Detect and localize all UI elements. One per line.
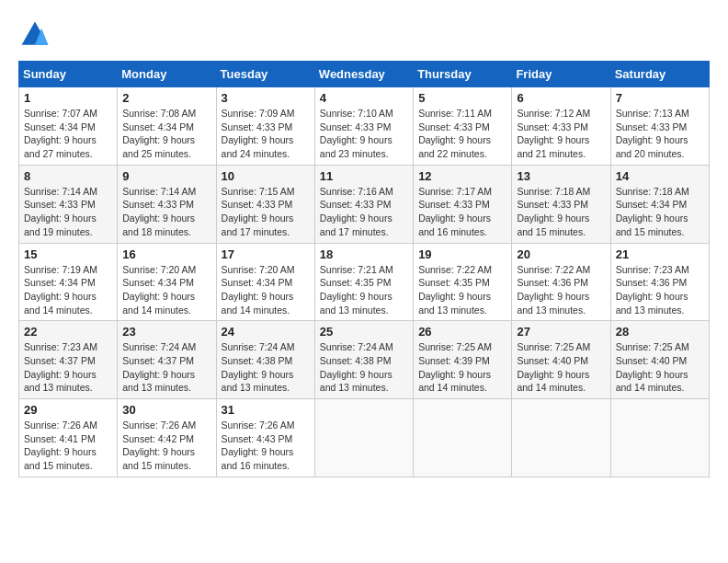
day-number: 28 (616, 325, 704, 339)
calendar-cell: 10 Sunrise: 7:15 AMSunset: 4:33 PMDaylig… (216, 165, 314, 243)
day-info: Sunrise: 7:25 AMSunset: 4:39 PMDaylight:… (418, 340, 506, 395)
day-info: Sunrise: 7:13 AMSunset: 4:33 PMDaylight:… (616, 107, 704, 161)
day-info: Sunrise: 7:09 AMSunset: 4:33 PMDaylight:… (222, 107, 310, 161)
calendar-cell: 5 Sunrise: 7:11 AMSunset: 4:33 PMDayligh… (414, 87, 512, 166)
day-info: Sunrise: 7:12 AMSunset: 4:33 PMDaylight:… (517, 107, 605, 161)
calendar-cell: 11 Sunrise: 7:16 AMSunset: 4:33 PMDaylig… (314, 165, 413, 243)
calendar-header-friday: Friday (512, 62, 610, 87)
day-info: Sunrise: 7:11 AMSunset: 4:33 PMDaylight:… (418, 107, 506, 161)
day-info: Sunrise: 7:22 AMSunset: 4:35 PMDaylight:… (418, 263, 506, 317)
calendar-cell: 3 Sunrise: 7:09 AMSunset: 4:33 PMDayligh… (216, 87, 314, 166)
day-info: Sunrise: 7:25 AMSunset: 4:40 PMDaylight:… (616, 340, 704, 395)
calendar-cell: 7 Sunrise: 7:13 AMSunset: 4:33 PMDayligh… (610, 87, 709, 166)
day-number: 17 (222, 247, 310, 261)
calendar-cell (610, 399, 709, 477)
calendar-cell: 6 Sunrise: 7:12 AMSunset: 4:33 PMDayligh… (512, 87, 610, 166)
calendar-week-4: 22 Sunrise: 7:23 AMSunset: 4:37 PMDaylig… (19, 321, 710, 399)
day-number: 27 (517, 325, 605, 339)
day-info: Sunrise: 7:26 AMSunset: 4:42 PMDaylight:… (122, 419, 210, 473)
day-number: 8 (24, 169, 112, 183)
calendar-cell: 12 Sunrise: 7:17 AMSunset: 4:33 PMDaylig… (414, 165, 512, 243)
day-info: Sunrise: 7:26 AMSunset: 4:43 PMDaylight:… (222, 419, 310, 473)
calendar-cell: 21 Sunrise: 7:23 AMSunset: 4:36 PMDaylig… (610, 243, 709, 321)
calendar-cell: 27 Sunrise: 7:25 AMSunset: 4:40 PMDaylig… (512, 321, 610, 399)
calendar-week-3: 15 Sunrise: 7:19 AMSunset: 4:34 PMDaylig… (19, 243, 710, 321)
day-number: 21 (616, 247, 704, 261)
day-number: 18 (320, 247, 408, 261)
day-info: Sunrise: 7:18 AMSunset: 4:34 PMDaylight:… (616, 185, 704, 239)
calendar-week-2: 8 Sunrise: 7:14 AMSunset: 4:33 PMDayligh… (19, 165, 710, 243)
day-info: Sunrise: 7:21 AMSunset: 4:35 PMDaylight:… (320, 263, 408, 317)
day-number: 3 (222, 91, 310, 105)
day-number: 24 (222, 325, 310, 339)
calendar-cell: 14 Sunrise: 7:18 AMSunset: 4:34 PMDaylig… (610, 165, 709, 243)
day-info: Sunrise: 7:22 AMSunset: 4:36 PMDaylight:… (517, 263, 605, 317)
day-number: 16 (122, 247, 210, 261)
day-number: 2 (122, 91, 210, 105)
day-number: 1 (24, 91, 112, 105)
calendar-cell: 30 Sunrise: 7:26 AMSunset: 4:42 PMDaylig… (118, 399, 216, 477)
calendar-cell: 20 Sunrise: 7:22 AMSunset: 4:36 PMDaylig… (512, 243, 610, 321)
day-number: 5 (418, 91, 506, 105)
calendar-week-5: 29 Sunrise: 7:26 AMSunset: 4:41 PMDaylig… (19, 399, 710, 477)
day-info: Sunrise: 7:18 AMSunset: 4:33 PMDaylight:… (517, 185, 605, 239)
calendar-header-monday: Monday (118, 62, 216, 87)
day-number: 12 (418, 169, 506, 183)
day-number: 11 (320, 169, 408, 183)
calendar-cell: 9 Sunrise: 7:14 AMSunset: 4:33 PMDayligh… (118, 165, 216, 243)
day-info: Sunrise: 7:23 AMSunset: 4:37 PMDaylight:… (24, 340, 112, 395)
day-info: Sunrise: 7:17 AMSunset: 4:33 PMDaylight:… (418, 185, 506, 239)
calendar-week-1: 1 Sunrise: 7:07 AMSunset: 4:34 PMDayligh… (19, 87, 710, 166)
day-info: Sunrise: 7:16 AMSunset: 4:33 PMDaylight:… (320, 185, 408, 239)
day-number: 26 (418, 325, 506, 339)
day-info: Sunrise: 7:20 AMSunset: 4:34 PMDaylight:… (122, 263, 210, 317)
calendar-header-wednesday: Wednesday (314, 62, 413, 87)
day-number: 20 (517, 247, 605, 261)
day-number: 10 (222, 169, 310, 183)
calendar-cell: 31 Sunrise: 7:26 AMSunset: 4:43 PMDaylig… (216, 399, 314, 477)
calendar-cell: 13 Sunrise: 7:18 AMSunset: 4:33 PMDaylig… (512, 165, 610, 243)
day-info: Sunrise: 7:24 AMSunset: 4:38 PMDaylight:… (222, 340, 310, 395)
day-number: 19 (418, 247, 506, 261)
day-number: 23 (122, 325, 210, 339)
day-info: Sunrise: 7:26 AMSunset: 4:41 PMDaylight:… (24, 419, 112, 473)
calendar-header-saturday: Saturday (610, 62, 709, 87)
day-info: Sunrise: 7:20 AMSunset: 4:34 PMDaylight:… (222, 263, 310, 317)
day-number: 14 (616, 169, 704, 183)
day-info: Sunrise: 7:15 AMSunset: 4:33 PMDaylight:… (222, 185, 310, 239)
calendar-cell (314, 399, 413, 477)
calendar-cell: 1 Sunrise: 7:07 AMSunset: 4:34 PMDayligh… (19, 87, 118, 166)
logo-icon (18, 18, 51, 52)
calendar-header-tuesday: Tuesday (216, 62, 314, 87)
day-info: Sunrise: 7:14 AMSunset: 4:33 PMDaylight:… (24, 185, 112, 239)
calendar-header-sunday: Sunday (19, 62, 118, 87)
calendar-header-row: SundayMondayTuesdayWednesdayThursdayFrid… (19, 62, 710, 87)
calendar-cell (512, 399, 610, 477)
calendar-cell: 28 Sunrise: 7:25 AMSunset: 4:40 PMDaylig… (610, 321, 709, 399)
day-info: Sunrise: 7:24 AMSunset: 4:37 PMDaylight:… (122, 340, 210, 395)
day-number: 9 (122, 169, 210, 183)
calendar-cell: 8 Sunrise: 7:14 AMSunset: 4:33 PMDayligh… (19, 165, 118, 243)
day-number: 6 (517, 91, 605, 105)
calendar-cell: 15 Sunrise: 7:19 AMSunset: 4:34 PMDaylig… (19, 243, 118, 321)
calendar-cell: 16 Sunrise: 7:20 AMSunset: 4:34 PMDaylig… (118, 243, 216, 321)
calendar-cell: 4 Sunrise: 7:10 AMSunset: 4:33 PMDayligh… (314, 87, 413, 166)
day-info: Sunrise: 7:14 AMSunset: 4:33 PMDaylight:… (122, 185, 210, 239)
day-number: 4 (320, 91, 408, 105)
calendar-cell: 26 Sunrise: 7:25 AMSunset: 4:39 PMDaylig… (414, 321, 512, 399)
day-number: 29 (24, 403, 112, 417)
calendar-cell: 2 Sunrise: 7:08 AMSunset: 4:34 PMDayligh… (118, 87, 216, 166)
calendar-cell: 19 Sunrise: 7:22 AMSunset: 4:35 PMDaylig… (414, 243, 512, 321)
day-info: Sunrise: 7:07 AMSunset: 4:34 PMDaylight:… (24, 107, 112, 161)
calendar-cell: 25 Sunrise: 7:24 AMSunset: 4:38 PMDaylig… (314, 321, 413, 399)
calendar-cell: 17 Sunrise: 7:20 AMSunset: 4:34 PMDaylig… (216, 243, 314, 321)
day-number: 7 (616, 91, 704, 105)
calendar-cell: 22 Sunrise: 7:23 AMSunset: 4:37 PMDaylig… (19, 321, 118, 399)
page-header (18, 18, 710, 52)
calendar-cell (414, 399, 512, 477)
calendar-cell: 23 Sunrise: 7:24 AMSunset: 4:37 PMDaylig… (118, 321, 216, 399)
day-number: 22 (24, 325, 112, 339)
day-info: Sunrise: 7:25 AMSunset: 4:40 PMDaylight:… (517, 340, 605, 395)
day-info: Sunrise: 7:19 AMSunset: 4:34 PMDaylight:… (24, 263, 112, 317)
day-info: Sunrise: 7:10 AMSunset: 4:33 PMDaylight:… (320, 107, 408, 161)
